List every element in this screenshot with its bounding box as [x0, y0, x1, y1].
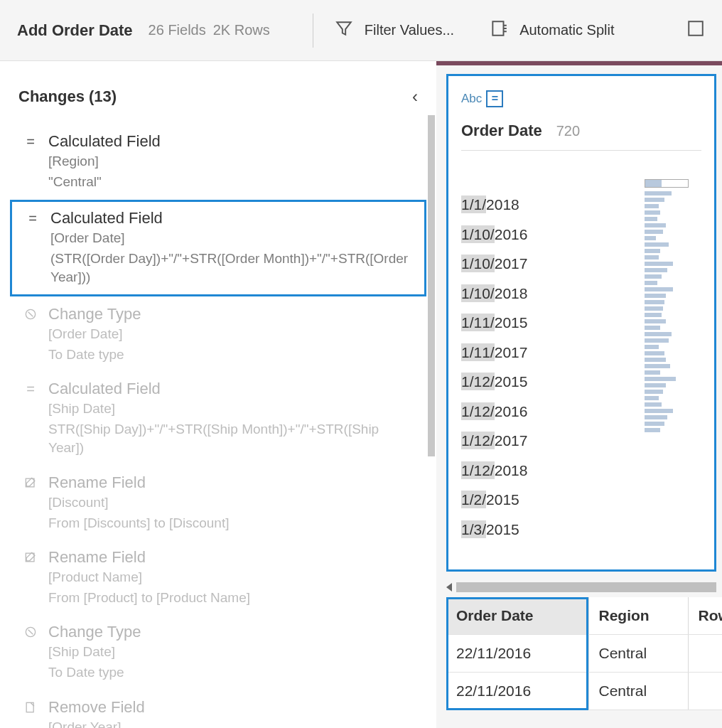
change-step[interactable]: Rename Field[Product Name]From [Product]… [10, 541, 426, 614]
changes-title: Changes (13) [18, 87, 117, 106]
histogram-bar [645, 191, 672, 196]
funnel-icon [335, 19, 353, 41]
value-item[interactable]: 1/10/2017 [461, 252, 527, 275]
change-step-label: Change Type [48, 623, 141, 641]
histogram-bar [645, 223, 666, 228]
svg-rect-1 [689, 21, 703, 36]
value-item[interactable]: 1/12/2016 [461, 400, 527, 423]
value-item[interactable]: 1/10/2016 [461, 223, 527, 246]
calculated-field-icon: = [486, 90, 503, 107]
histogram-bar [645, 287, 673, 291]
histogram-bar [645, 377, 676, 381]
histogram-bar [645, 242, 669, 247]
histogram-bar [645, 364, 670, 368]
change-step-detail: To Date type [48, 346, 414, 365]
scrollbar-track[interactable] [456, 582, 716, 592]
change-step-detail: From [Discounts] to [Discount] [48, 514, 414, 533]
table-cell: Central [588, 635, 688, 673]
remove-icon [23, 700, 38, 714]
chevron-left-icon[interactable]: ‹ [412, 87, 418, 107]
histogram-bar [645, 262, 673, 266]
change-step-detail: From [Product] to [Product Name] [48, 589, 414, 608]
histogram-bar [645, 300, 664, 304]
change-step[interactable]: Change Type[Ship Date]To Date type [10, 616, 426, 689]
change-step[interactable]: Rename Field[Discount]From [Discounts] t… [10, 466, 426, 540]
change-step-field: [Order Year] [48, 718, 414, 729]
change-step[interactable]: =Calculated Field[Ship Date]STR([Ship Da… [10, 373, 426, 465]
more-icon [686, 19, 705, 41]
value-item[interactable]: 1/11/2015 [461, 311, 527, 334]
change-step-detail: "Central" [48, 173, 414, 192]
change-step-label: Rename Field [48, 473, 146, 492]
change-step-field: [Region] [48, 152, 414, 171]
change-step-label: Calculated Field [48, 132, 161, 151]
scrollbar-thumb[interactable] [428, 115, 435, 456]
change-type-icon [23, 307, 38, 321]
histogram-bar [645, 255, 659, 259]
table-row[interactable]: 22/11/2016Central [446, 635, 722, 673]
change-step-field: [Product Name] [48, 568, 414, 587]
column-header[interactable]: Region [588, 597, 688, 635]
table-cell: Central [588, 673, 688, 710]
histogram-bar [645, 422, 664, 426]
histogram-bar [645, 306, 663, 311]
data-grid: Order DateRegionRow22/11/2016Central22/1… [446, 597, 722, 710]
histogram-bar [645, 268, 667, 272]
field-distinct-count: 720 [556, 123, 580, 139]
equals-icon: = [25, 210, 41, 227]
column-header[interactable]: Order Date [446, 597, 588, 635]
split-icon [490, 19, 508, 41]
more-button[interactable] [686, 19, 705, 41]
histogram-bar [645, 326, 660, 330]
change-step-label: Remove Field [48, 698, 145, 717]
scrollbar[interactable] [428, 115, 435, 684]
table-cell [688, 673, 722, 710]
histogram [645, 179, 701, 540]
change-step-label: Calculated Field [48, 380, 161, 398]
profile-card[interactable]: Abc = Order Date 720 1/1/20181/10/20161/… [446, 74, 716, 572]
filter-values-button[interactable]: Filter Values... [335, 19, 454, 41]
changes-panel: Changes (13) ‹ =Calculated Field[Region]… [0, 61, 436, 728]
change-step-detail: STR([Ship Day])+"/"+STR([Ship Month])+"/… [48, 420, 414, 458]
value-item[interactable]: 1/12/2017 [461, 429, 527, 452]
change-step-field: [Ship Date] [48, 643, 414, 662]
horizontal-scrollbar[interactable] [446, 580, 716, 594]
histogram-bar [645, 281, 657, 285]
table-cell: 22/11/2016 [446, 673, 588, 710]
rename-icon [23, 550, 38, 564]
field-count: 26 Fields [149, 22, 206, 38]
table-cell: 22/11/2016 [446, 635, 588, 673]
histogram-bar [645, 230, 663, 234]
histogram-bar [645, 332, 672, 336]
histogram-bar [645, 210, 660, 215]
value-item[interactable]: 1/1/2018 [461, 193, 519, 216]
automatic-split-button[interactable]: Automatic Split [490, 19, 614, 41]
page-title: Add Order Date [17, 21, 133, 40]
equals-icon: = [23, 134, 38, 150]
change-step-label: Change Type [48, 305, 141, 323]
change-step-field: [Order Date] [48, 325, 414, 344]
value-item[interactable]: 1/11/2017 [461, 341, 527, 364]
change-step[interactable]: =Calculated Field[Region]"Central" [10, 125, 426, 198]
histogram-bar [645, 409, 673, 413]
histogram-bar [645, 345, 659, 349]
chevron-left-icon[interactable] [446, 583, 452, 592]
histogram-bar [645, 415, 667, 419]
histogram-bar [645, 402, 662, 407]
change-step[interactable]: Change Type[Order Date]To Date type [10, 298, 426, 371]
value-item[interactable]: 1/2/2015 [461, 488, 519, 511]
column-header[interactable]: Row [688, 597, 722, 635]
histogram-bar [645, 370, 660, 375]
table-row[interactable]: 22/11/2016Central [446, 673, 722, 710]
change-step[interactable]: Remove Field[Order Year] [10, 691, 426, 729]
value-item[interactable]: 1/3/2015 [461, 518, 519, 541]
data-type-chip[interactable]: Abc = [461, 90, 503, 107]
value-item[interactable]: 1/12/2018 [461, 459, 527, 482]
filter-values-label: Filter Values... [365, 22, 454, 38]
histogram-bar [645, 249, 660, 253]
change-step-detail: (STR([Order Day])+"/"+STR([Order Month])… [50, 250, 411, 287]
value-item[interactable]: 1/12/2015 [461, 370, 527, 393]
value-item[interactable]: 1/10/2018 [461, 282, 527, 305]
change-step[interactable]: =Calculated Field[Order Date](STR([Order… [10, 200, 426, 296]
histogram-summary-bar [645, 179, 689, 188]
